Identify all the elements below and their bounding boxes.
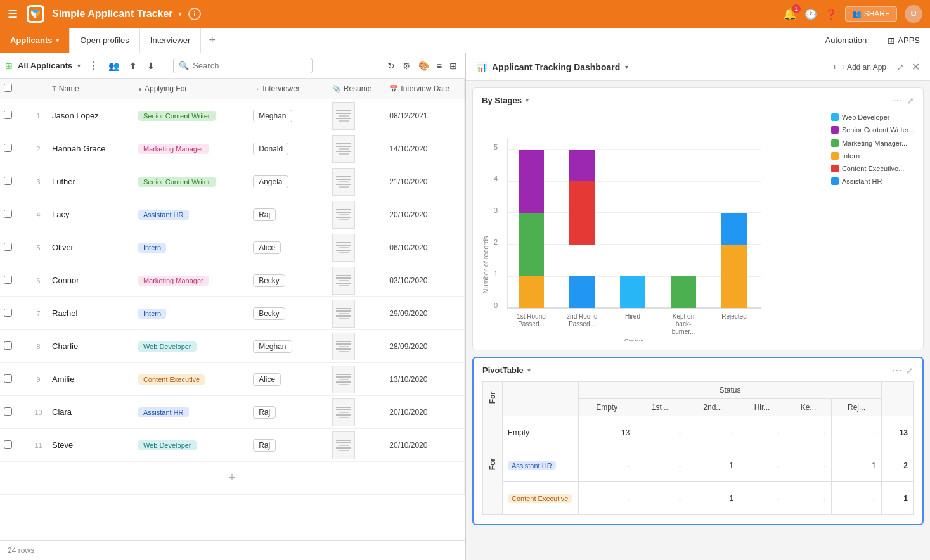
columns-icon[interactable]: ⊞ [447, 58, 460, 73]
row-resume[interactable] [328, 297, 385, 330]
applying-for-tag[interactable]: Assistant HR [138, 210, 189, 220]
col-resume[interactable]: 📎 Resume [328, 79, 385, 99]
row-interviewer[interactable]: Becky [249, 264, 328, 297]
row-checkbox[interactable] [4, 374, 12, 383]
interviewer-tag[interactable]: Becky [253, 274, 285, 287]
row-interviewer[interactable]: Meghan [249, 330, 328, 363]
help-icon[interactable]: ❓ [825, 8, 837, 20]
row-resume[interactable] [328, 264, 385, 297]
applying-for-tag[interactable]: Web Developer [138, 440, 197, 450]
tab-open-profiles[interactable]: Open profiles [70, 28, 139, 53]
resume-thumbnail[interactable] [332, 398, 355, 426]
row-resume[interactable] [328, 165, 385, 198]
applying-for-tag[interactable]: Marketing Manager [138, 276, 209, 286]
automation-button[interactable]: Automation [815, 28, 877, 53]
share-button[interactable]: 👥 SHARE [845, 6, 897, 22]
row-name[interactable]: Luther [48, 165, 134, 198]
row-resume[interactable] [328, 330, 385, 363]
col-interview-date[interactable]: 📅 Interview Date [385, 79, 465, 99]
avatar[interactable]: U [905, 5, 922, 23]
interviewer-tag[interactable]: Becky [253, 307, 285, 320]
chart-expand-icon[interactable]: ⤢ [907, 96, 914, 106]
row-interviewer[interactable]: Angela [249, 165, 328, 198]
row-interviewer[interactable]: Alice [249, 363, 328, 396]
row-resume[interactable] [328, 231, 385, 264]
download-icon[interactable]: ⬇ [145, 58, 157, 73]
row-interviewer[interactable]: Raj [249, 396, 328, 429]
add-app-button[interactable]: + + Add an App [832, 63, 886, 72]
applying-for-tag[interactable]: Web Developer [138, 341, 197, 352]
row-checkbox[interactable] [4, 440, 12, 449]
chart-menu-icon[interactable]: ▾ [526, 97, 529, 104]
more-options-icon[interactable]: ⋮ [86, 58, 101, 73]
interviewer-tag[interactable]: Raj [253, 406, 276, 419]
col-name[interactable]: T Name [48, 79, 134, 99]
interviewer-tag[interactable]: Meghan [253, 340, 292, 353]
row-name[interactable]: Clara [48, 396, 134, 429]
row-applying-for[interactable]: Content Executive [134, 363, 249, 396]
row-checkbox[interactable] [4, 210, 12, 218]
resume-thumbnail[interactable] [332, 366, 355, 393]
row-checkbox[interactable] [4, 177, 12, 185]
interviewer-tag[interactable]: Angela [253, 175, 288, 188]
row-resume[interactable] [328, 429, 385, 462]
row-applying-for[interactable]: Marketing Manager [134, 264, 249, 297]
row-applying-for[interactable]: Intern [134, 231, 249, 264]
search-input[interactable] [193, 61, 307, 70]
interviewer-tag[interactable]: Alice [253, 241, 281, 254]
row-resume[interactable] [328, 132, 385, 165]
row-name[interactable]: Rachel [48, 297, 134, 330]
row-checkbox[interactable] [4, 243, 12, 251]
resume-thumbnail[interactable] [332, 201, 355, 229]
hamburger-icon[interactable]: ☰ [8, 7, 18, 21]
info-icon[interactable]: i [188, 8, 201, 20]
title-chevron-icon[interactable]: ▾ [178, 10, 182, 18]
close-dashboard-icon[interactable]: ✕ [912, 61, 920, 73]
row-resume[interactable] [328, 396, 385, 429]
pivot-expand-icon[interactable]: ⤢ [906, 366, 914, 376]
row-name[interactable]: Jason Lopez [48, 99, 134, 132]
pivot-menu-icon[interactable]: ▾ [527, 367, 531, 374]
row-name[interactable]: Lacy [48, 198, 134, 231]
col-interviewer[interactable]: → Interviewer [249, 79, 328, 99]
row-checkbox[interactable] [4, 276, 12, 284]
row-checkbox[interactable] [4, 309, 12, 317]
row-applying-for[interactable]: Intern [134, 297, 249, 330]
row-checkbox[interactable] [4, 111, 12, 119]
refresh-icon[interactable]: ↻ [385, 58, 397, 73]
expand-dashboard-icon[interactable]: ⤢ [896, 62, 904, 72]
row-applying-for[interactable]: Senior Content Writer [134, 99, 249, 132]
applying-for-tag[interactable]: Intern [138, 243, 166, 253]
row-interviewer[interactable]: Raj [249, 198, 328, 231]
applying-for-tag[interactable]: Senior Content Writer [138, 111, 216, 121]
resume-thumbnail[interactable] [332, 135, 355, 163]
resume-thumbnail[interactable] [332, 102, 355, 130]
tab-applicants[interactable]: Applicants ▾ [0, 28, 70, 53]
row-name[interactable]: Oliver [48, 231, 134, 264]
group-by-icon[interactable]: 👥 [106, 58, 122, 73]
resume-thumbnail[interactable] [332, 300, 355, 328]
apps-button[interactable]: ⊞ APPS [877, 28, 930, 53]
resume-thumbnail[interactable] [332, 431, 355, 459]
resume-thumbnail[interactable] [332, 234, 355, 262]
filter-settings-icon[interactable]: ⚙ [400, 58, 413, 73]
row-checkbox[interactable] [4, 144, 12, 152]
add-tab-button[interactable]: + [201, 34, 223, 47]
row-name[interactable]: Connor [48, 264, 134, 297]
row-interviewer[interactable]: Donald [249, 132, 328, 165]
interviewer-tag[interactable]: Raj [253, 439, 276, 452]
interviewer-tag[interactable]: Meghan [253, 110, 292, 122]
row-applying-for[interactable]: Web Developer [134, 429, 249, 462]
row-applying-for[interactable]: Assistant HR [134, 198, 249, 231]
filter-icon[interactable]: ≡ [434, 58, 444, 73]
row-applying-for[interactable]: Marketing Manager [134, 132, 249, 165]
tab-interviewer[interactable]: Interviewer [140, 28, 202, 53]
dashboard-chevron-icon[interactable]: ▾ [625, 63, 628, 70]
applying-for-tag[interactable]: Senior Content Writer [138, 177, 216, 187]
view-label[interactable]: All Applicants [18, 61, 72, 70]
row-resume[interactable] [328, 363, 385, 396]
row-interviewer[interactable]: Alice [249, 231, 328, 264]
resume-thumbnail[interactable] [332, 333, 355, 360]
row-name[interactable]: Hannah Grace [48, 132, 134, 165]
applying-for-tag[interactable]: Assistant HR [138, 407, 189, 417]
